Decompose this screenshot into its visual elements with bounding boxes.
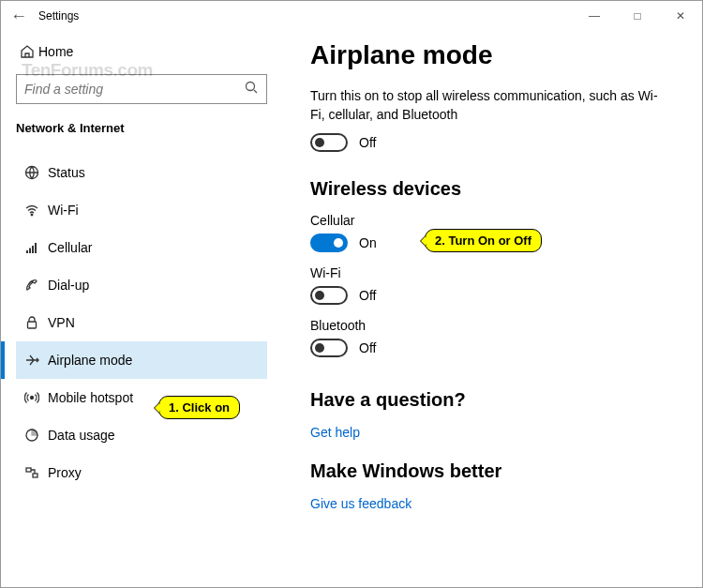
airplane-mode-state: Off xyxy=(359,135,376,150)
bluetooth-label: Bluetooth xyxy=(310,318,674,333)
feedback-link[interactable]: Give us feedback xyxy=(310,496,411,511)
annotation-step1: 1. Click on xyxy=(158,396,240,419)
sidebar-item-airplane-mode[interactable]: Airplane mode xyxy=(16,341,267,379)
sidebar-item-cellular[interactable]: Cellular xyxy=(16,229,267,266)
wireless-devices-heading: Wireless devices xyxy=(310,178,674,200)
status-icon xyxy=(16,165,48,180)
sidebar-item-label: Cellular xyxy=(48,240,92,255)
wifi-state: Off xyxy=(359,288,376,303)
sidebar-item-label: Proxy xyxy=(48,465,82,480)
svg-rect-4 xyxy=(29,249,31,254)
cellular-label: Cellular xyxy=(310,213,674,228)
sidebar-item-label: Airplane mode xyxy=(48,353,132,368)
home-label: Home xyxy=(38,44,73,59)
page-description: Turn this on to stop all wireless commun… xyxy=(310,87,666,124)
minimize-button[interactable]: — xyxy=(573,1,616,31)
hotspot-icon xyxy=(16,390,48,405)
bluetooth-toggle[interactable] xyxy=(310,339,348,357)
wifi-icon xyxy=(16,203,48,218)
sidebar-item-label: Mobile hotspot xyxy=(48,390,133,405)
svg-rect-5 xyxy=(32,246,34,253)
cellular-toggle[interactable] xyxy=(310,234,348,252)
sidebar-item-label: Status xyxy=(48,165,85,180)
bluetooth-state: Off xyxy=(359,340,376,355)
sidebar-item-wifi[interactable]: Wi-Fi xyxy=(16,191,267,229)
sidebar-item-label: VPN xyxy=(48,315,75,330)
cellular-icon xyxy=(16,240,48,255)
window-title: Settings xyxy=(38,9,79,23)
svg-point-0 xyxy=(247,83,255,91)
annotation-step2: 2. Turn On or Off xyxy=(425,229,542,252)
home-icon xyxy=(16,44,38,59)
sidebar-item-dialup[interactable]: Dial-up xyxy=(16,266,267,304)
airplane-mode-toggle[interactable] xyxy=(310,133,348,152)
question-heading: Have a question? xyxy=(310,389,674,411)
sidebar-item-data-usage[interactable]: Data usage xyxy=(16,416,267,454)
svg-rect-10 xyxy=(26,468,31,472)
svg-rect-3 xyxy=(26,250,28,253)
maximize-button[interactable]: □ xyxy=(616,1,659,31)
svg-rect-7 xyxy=(28,322,37,328)
data-usage-icon xyxy=(16,428,48,443)
sidebar-item-label: Dial-up xyxy=(48,278,89,293)
vpn-icon xyxy=(16,315,48,330)
sidebar-item-status[interactable]: Status xyxy=(16,154,267,191)
cellular-state: On xyxy=(359,235,377,250)
back-button[interactable]: ← xyxy=(10,7,38,26)
sidebar-item-label: Wi-Fi xyxy=(48,203,79,218)
home-button[interactable]: Home xyxy=(16,37,267,67)
dialup-icon xyxy=(16,278,48,293)
section-title: Network & Internet xyxy=(16,121,267,135)
svg-point-8 xyxy=(31,397,34,400)
page-title: Airplane mode xyxy=(310,40,674,70)
search-field[interactable] xyxy=(24,82,244,97)
search-icon xyxy=(244,80,259,98)
get-help-link[interactable]: Get help xyxy=(310,425,360,440)
svg-rect-6 xyxy=(35,243,37,253)
sidebar-item-vpn[interactable]: VPN xyxy=(16,304,267,341)
proxy-icon xyxy=(16,465,48,480)
feedback-heading: Make Windows better xyxy=(310,460,674,482)
airplane-icon xyxy=(16,353,48,368)
sidebar-item-label: Data usage xyxy=(48,428,115,443)
svg-point-2 xyxy=(31,214,33,216)
close-button[interactable]: ✕ xyxy=(659,1,702,31)
wifi-label: Wi-Fi xyxy=(310,265,674,280)
wifi-toggle[interactable] xyxy=(310,286,348,305)
svg-rect-11 xyxy=(33,474,37,477)
sidebar-item-proxy[interactable]: Proxy xyxy=(16,454,267,491)
